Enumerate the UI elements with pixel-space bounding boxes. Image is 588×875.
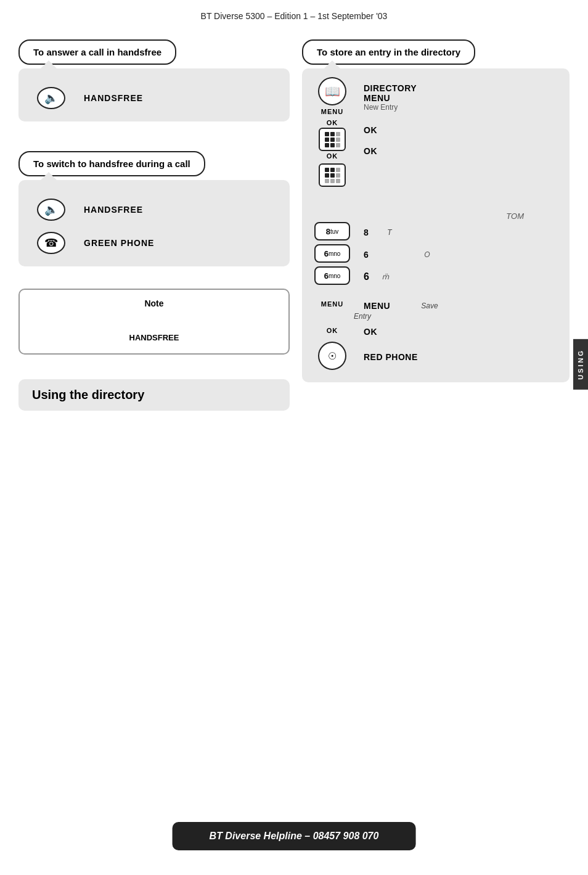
book-icon: 📖: [318, 77, 346, 105]
key6a-col: 6 mno: [311, 244, 354, 263]
key8-number: 8: [364, 228, 369, 237]
ok-label-below-1: OK: [327, 152, 338, 160]
menu-btn-col: 📖 MENU: [311, 77, 354, 115]
ok2-text: OK: [364, 324, 377, 337]
green-phone-icon: ☎: [37, 232, 65, 254]
using-label-text: Using the directory: [32, 388, 144, 401]
section1-title-text: To answer a call in handsfree: [33, 47, 161, 57]
key6b-icon: 6 mno: [314, 266, 350, 285]
keypad-icon-2: [319, 163, 346, 187]
directory-section-block: 📖 MENU DIRECTORY MENU New Entry OK: [302, 68, 570, 382]
keypad-icon-1: [319, 128, 346, 151]
key6b-m-letter: m̈: [382, 273, 389, 281]
green-phone-label: GREEN PHONE: [84, 238, 154, 248]
side-tab: USING: [573, 339, 588, 390]
ok2-col: OK: [311, 327, 354, 334]
key6a-text: 6 O: [364, 247, 430, 260]
red-phone-col: ☉: [311, 342, 354, 370]
ok-label-above-1: OK: [327, 119, 338, 126]
section2-block: 🔈 HANDSFREE ☎ GREEN PHONE: [18, 180, 290, 266]
key8-letter: T: [387, 228, 391, 237]
ok-text-1: OK OK: [364, 123, 377, 156]
section1-block: 🔈 HANDSFREE: [18, 68, 290, 121]
key8-text: 8 T: [364, 225, 392, 237]
key6b-number: 6: [364, 271, 369, 282]
handsfree-icon-2: 🔈: [37, 199, 65, 221]
ok-keypad-col-1: OK: [311, 119, 354, 160]
key6b-col: 6 mno: [311, 266, 354, 285]
new-entry-text: New Entry: [364, 103, 417, 112]
handsfree-label-1: HANDSFREE: [84, 93, 143, 103]
save-label: Save: [421, 302, 438, 310]
note-title: Note: [32, 298, 276, 308]
side-tab-label: USING: [577, 349, 584, 380]
ok2-main: OK: [364, 327, 377, 337]
header-title: BT Diverse 5300 – Edition 1 – 1st Septem…: [201, 11, 388, 21]
note-handsfree: HANDSFREE: [32, 333, 276, 342]
key6a-letter-O: O: [424, 250, 430, 259]
ok2-label: OK: [327, 327, 338, 334]
key6a-number: 6: [364, 250, 369, 260]
ok-main-1: OK: [364, 125, 377, 135]
keypad-col-2: [311, 163, 354, 187]
directory-label: DIRECTORY: [364, 83, 417, 93]
directory-menu-text: DIRECTORY MENU New Entry: [364, 81, 417, 112]
red-phone-icon: ☉: [318, 342, 346, 370]
left-column: To answer a call in handsfree 🔈 HANDSFRE…: [18, 39, 290, 411]
note-box: Note HANDSFREE: [18, 289, 290, 355]
red-phone-label: RED PHONE: [364, 352, 418, 362]
right-column: To store an entry in the directory 📖 MEN…: [290, 39, 570, 411]
menu-text: MENU: [364, 93, 417, 103]
ok-main-2: OK: [364, 146, 377, 156]
using-directory-label: Using the directory: [18, 379, 290, 411]
menu2-main: MENU: [364, 301, 390, 311]
menu2-text: MENU Save: [364, 298, 561, 311]
entry-label: Entry: [354, 312, 371, 321]
handsfree-icon-1: 🔈: [37, 87, 65, 109]
handsfree-label-2: HANDSFREE: [84, 205, 143, 215]
footer-text: BT Diverse Helpline – 08457 908 070: [210, 831, 379, 841]
key6b-text: 6 m̈: [364, 269, 389, 282]
key8-icon: 8 tuv: [314, 222, 350, 240]
footer-helpline: BT Diverse Helpline – 08457 908 070: [173, 822, 416, 850]
menu2-col: MENU: [311, 300, 354, 309]
directory-title-text: To store an entry in the directory: [317, 47, 460, 57]
key6a-icon: 6 mno: [314, 244, 350, 263]
key8-col: 8 tuv: [311, 222, 354, 240]
tom-display-label: TOM: [506, 212, 524, 221]
menu2-label: MENU: [321, 300, 343, 308]
red-phone-text: RED PHONE: [364, 350, 418, 362]
menu-label-1: MENU: [321, 108, 343, 115]
section2-title-text: To switch to handsfree during a call: [33, 158, 190, 169]
page-header: BT Diverse 5300 – Edition 1 – 1st Septem…: [0, 0, 588, 27]
